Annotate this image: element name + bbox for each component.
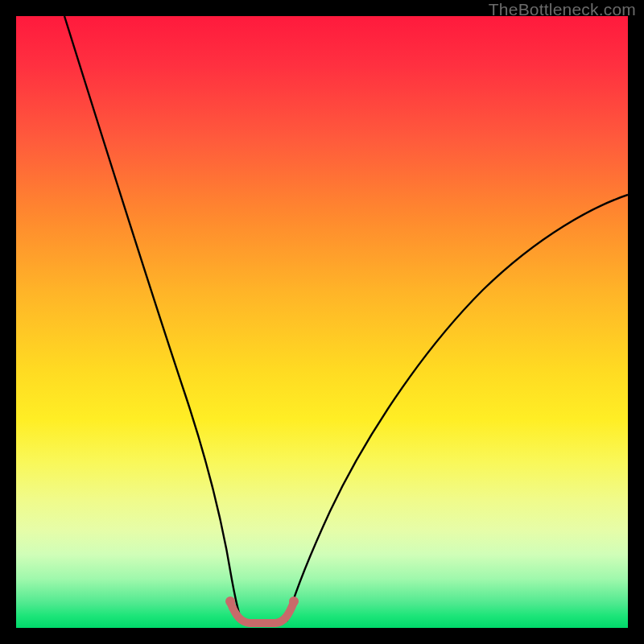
plot-area	[16, 16, 628, 628]
left-curve	[64, 16, 242, 621]
bottom-link-end-left	[225, 597, 235, 606]
curve-layer	[16, 16, 628, 628]
right-curve	[287, 195, 628, 621]
chart-frame: TheBottleneck.com	[0, 0, 644, 644]
bottom-link	[230, 602, 294, 623]
watermark-text: TheBottleneck.com	[489, 0, 636, 19]
bottom-link-end-right	[289, 597, 299, 606]
